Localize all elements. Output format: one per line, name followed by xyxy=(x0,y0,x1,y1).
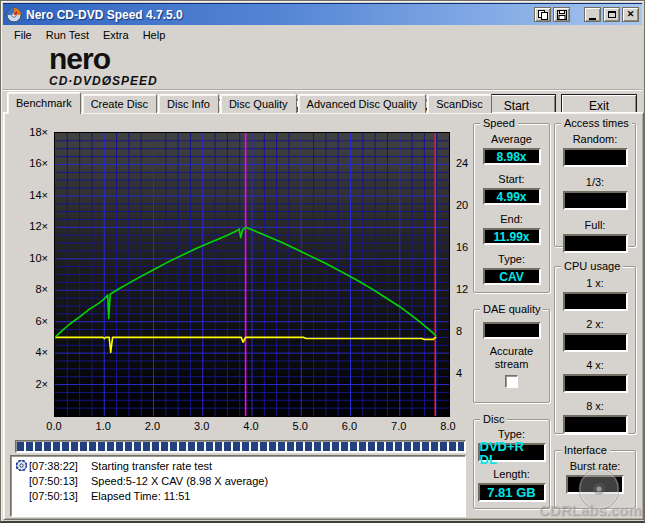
accurate-stream-checkbox[interactable] xyxy=(505,375,518,388)
field-label: 2 x: xyxy=(586,318,604,331)
log-timestamp: [07:50:13] xyxy=(29,490,91,502)
y-axis-label: 12× xyxy=(4,220,48,232)
lcd-display xyxy=(563,374,628,393)
chart-plot-area xyxy=(54,132,450,417)
nero-logo-subtitle: CD·DVDØSPEED xyxy=(49,75,158,87)
lcd-display: 7.81 GB xyxy=(478,483,546,502)
maximize-button[interactable] xyxy=(603,7,620,22)
lcd-display: 4.99x xyxy=(483,188,541,205)
y2-axis-label: 4 xyxy=(456,367,462,379)
transfer-rate-chart: 18×16×14×12×10×8×6×4×2× 2420161284 0.01.… xyxy=(4,113,474,438)
window-title: Nero CD-DVD Speed 4.7.5.0 xyxy=(26,8,532,22)
x-axis-label: 5.0 xyxy=(285,420,315,432)
lcd-display xyxy=(563,148,628,167)
copy-button[interactable] xyxy=(534,7,551,22)
progress-bar-fill xyxy=(17,442,464,451)
field-label: Length: xyxy=(493,468,530,481)
field-label: 1/3: xyxy=(586,176,604,189)
tab-scandisc[interactable]: ScanDisc xyxy=(427,94,491,113)
lcd-display: CAV xyxy=(483,268,541,285)
save-button[interactable] xyxy=(553,7,570,22)
log-box[interactable]: [07:38:22]Starting transfer rate test[07… xyxy=(10,455,466,517)
menu-bar: FileRun TestExtraHelp xyxy=(3,26,642,43)
dae-quality-panel: DAE quality Accurate stream xyxy=(473,309,550,403)
log-message: Elapsed Time: 11:51 xyxy=(91,490,190,502)
lcd-display xyxy=(563,191,628,210)
field-label: 4 x: xyxy=(586,359,604,372)
minimize-icon xyxy=(589,18,596,20)
field-label: Start: xyxy=(498,173,524,186)
log-entry: [07:38:22]Starting transfer rate test xyxy=(13,458,465,473)
y2-axis-label: 16 xyxy=(456,241,468,253)
maximize-icon xyxy=(608,11,616,18)
close-icon: ✕ xyxy=(627,10,635,19)
field-label: 8 x: xyxy=(586,400,604,413)
x-axis-label: 7.0 xyxy=(384,420,414,432)
tab-create-disc[interactable]: Create Disc xyxy=(82,94,157,113)
lcd-display: 8.98x xyxy=(483,148,541,165)
field-label: Full: xyxy=(585,219,606,232)
x-axis-label: 8.0 xyxy=(433,420,463,432)
benchmark-panel: 18×16×14×12×10×8×6×4×2× 2420161284 0.01.… xyxy=(3,112,644,520)
titlebar: Nero CD-DVD Speed 4.7.5.0 ✕ xyxy=(3,3,642,25)
disc-panel: Disc Type:DVD+R DLLength:7.81 GB xyxy=(473,419,550,509)
interface-panel-title: Interface xyxy=(561,444,610,456)
log-entry: [07:50:13]Elapsed Time: 11:51 xyxy=(13,488,465,503)
nero-logo: nero CD·DVDØSPEED xyxy=(49,44,158,87)
field-label: Random: xyxy=(573,133,618,146)
app-icon xyxy=(6,7,22,23)
log-message: Starting transfer rate test xyxy=(91,460,212,472)
y-axis-label: 16× xyxy=(4,157,48,169)
field-label: Type: xyxy=(498,253,525,266)
log-message: Speed:5-12 X CAV (8.98 X average) xyxy=(91,475,268,487)
y-axis-label: 8× xyxy=(4,283,48,295)
field-label: Average xyxy=(491,133,532,146)
log-timestamp: [07:50:13] xyxy=(29,475,91,487)
field-label: End: xyxy=(500,213,523,226)
progress-bar xyxy=(15,440,466,453)
y-axis-label: 4× xyxy=(4,346,48,358)
y2-axis-label: 12 xyxy=(456,283,468,295)
lcd-display xyxy=(563,234,628,253)
x-axis-label: 1.0 xyxy=(88,420,118,432)
menu-run-test[interactable]: Run Test xyxy=(39,28,96,42)
tab-disc-info[interactable]: Disc Info xyxy=(158,94,219,113)
speed-panel: Speed Average8.98xStart:4.99xEnd:11.99xT… xyxy=(473,123,550,293)
lcd-display: DVD+R DL xyxy=(478,443,546,462)
menu-file[interactable]: File xyxy=(7,28,39,42)
x-axis-label: 2.0 xyxy=(138,420,168,432)
y-axis-label: 14× xyxy=(4,189,48,201)
accurate-stream-label: Accurate stream xyxy=(474,345,549,371)
access-times-panel: Access times Random:1/3:Full: xyxy=(554,123,636,247)
y-axis-label: 6× xyxy=(4,315,48,327)
log-timestamp: [07:38:22] xyxy=(29,460,91,472)
x-axis-label: 6.0 xyxy=(335,420,365,432)
toolbar: nero CD·DVDØSPEED [0:0] BENQ DVD DD DW16… xyxy=(3,43,642,90)
cpu-usage-panel: CPU usage 1 x:2 x:4 x:8 x: xyxy=(554,266,636,434)
save-icon xyxy=(557,10,567,20)
disc-panel-title: Disc xyxy=(480,413,507,425)
menu-extra[interactable]: Extra xyxy=(96,28,136,42)
x-axis-label: 0.0 xyxy=(39,420,69,432)
y-axis-label: 18× xyxy=(4,126,48,138)
log-entry: [07:50:13]Speed:5-12 X CAV (8.98 X avera… xyxy=(13,473,465,488)
close-button[interactable]: ✕ xyxy=(622,7,639,22)
tab-bar: BenchmarkCreate DiscDisc InfoDisc Qualit… xyxy=(7,91,642,113)
x-axis-label: 4.0 xyxy=(236,420,266,432)
copy-icon xyxy=(538,10,548,20)
tab-disc-quality[interactable]: Disc Quality xyxy=(220,94,297,113)
lcd-display xyxy=(563,292,628,311)
app-window: Nero CD-DVD Speed 4.7.5.0 ✕ FileRun Test… xyxy=(0,0,645,523)
y2-axis-label: 24 xyxy=(456,157,468,169)
dae-quality-display xyxy=(483,322,541,339)
menu-help[interactable]: Help xyxy=(136,28,173,42)
y-axis-label: 10× xyxy=(4,252,48,264)
speed-panel-title: Speed xyxy=(480,117,518,129)
minimize-button[interactable] xyxy=(584,7,601,22)
tab-advanced-disc-quality[interactable]: Advanced Disc Quality xyxy=(298,94,427,113)
tab-benchmark[interactable]: Benchmark xyxy=(7,92,81,114)
lcd-display xyxy=(563,333,628,352)
y2-axis-label: 20 xyxy=(456,199,468,211)
lcd-display: 11.99x xyxy=(483,228,541,245)
access-times-panel-title: Access times xyxy=(561,117,632,129)
